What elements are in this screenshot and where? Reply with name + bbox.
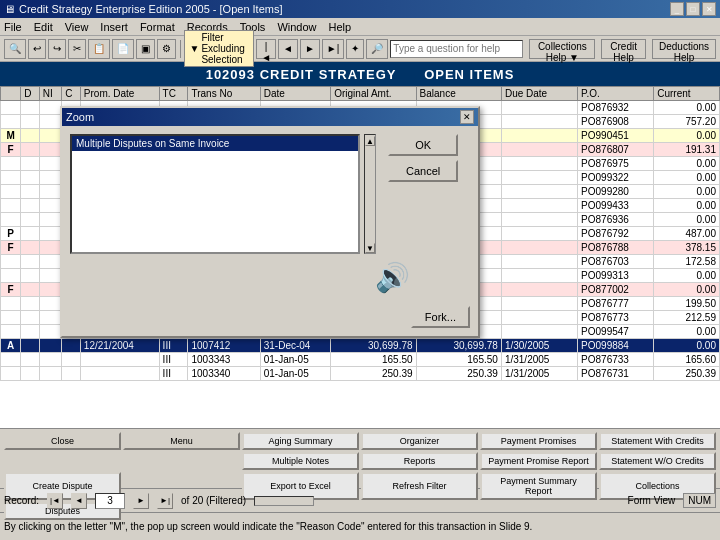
zoom-modal: Zoom ✕ Multiple Disputes on Same Invoice… <box>60 106 480 338</box>
payment-promises-button[interactable]: Payment Promises <box>480 432 597 450</box>
record-number-input[interactable] <box>95 493 125 509</box>
scroll-down-btn[interactable]: ▼ <box>365 243 375 253</box>
bottom-buttons: Close Menu Aging Summary Organizer Payme… <box>0 428 720 488</box>
toolbar-btn-7[interactable]: ▣ <box>136 39 155 59</box>
deductions-help-btn[interactable]: Deductions Help <box>652 39 716 59</box>
credit-help-btn[interactable]: Credit Help <box>601 39 646 59</box>
list-item-0[interactable]: Multiple Disputes on Same Invoice <box>72 136 358 151</box>
scroll-up-btn[interactable]: ▲ <box>365 136 375 146</box>
statement-with-credits-button[interactable]: Statement With Credits <box>599 432 716 450</box>
organizer-button[interactable]: Organizer <box>361 432 478 450</box>
payment-summary-report-button[interactable]: Payment Summary Report <box>480 472 597 500</box>
close-button[interactable]: ✕ <box>702 2 716 16</box>
filter-icon: ▼ <box>189 43 199 54</box>
modal-fork-button[interactable]: Fork... <box>411 306 470 328</box>
window-controls[interactable]: _ □ ✕ <box>670 2 716 16</box>
menu-help[interactable]: Help <box>329 21 352 33</box>
status-nav-prev[interactable]: ◄ <box>71 493 87 509</box>
num-badge: NUM <box>683 493 716 508</box>
title-bar: 🖥 Credit Strategy Enterprise Edition 200… <box>0 0 720 18</box>
form-view-label: Form View <box>628 495 676 506</box>
modal-overlay: Zoom ✕ Multiple Disputes on Same Invoice… <box>0 86 720 428</box>
menu-view[interactable]: View <box>65 21 89 33</box>
status-nav-last[interactable]: ►| <box>157 493 173 509</box>
collections-help-btn[interactable]: Collections Help ▼ <box>529 39 595 59</box>
toolbar: 🔍 ↩ ↪ ✂ 📋 📄 ▣ ⚙ ▼ Filter Excluding Selec… <box>0 36 720 62</box>
main-area: D NI C Prom. Date TC Trans No Date Origi… <box>0 86 720 428</box>
restore-button[interactable]: □ <box>686 2 700 16</box>
statement-wo-credits-button[interactable]: Statement W/O Credits <box>599 452 716 470</box>
modal-ok-button[interactable]: OK <box>388 134 458 156</box>
modal-listbox[interactable]: Multiple Disputes on Same Invoice <box>70 134 360 254</box>
nav-new[interactable]: ✦ <box>346 39 364 59</box>
modal-body: Multiple Disputes on Same Invoice ▲ ▼ OK… <box>62 126 478 302</box>
multiple-notes-button[interactable]: Multiple Notes <box>242 452 359 470</box>
nav-next[interactable]: ► <box>300 39 320 59</box>
caption-text: By clicking on the letter "M", the pop u… <box>4 521 532 532</box>
section-name: OPEN ITEMS <box>424 67 514 82</box>
toolbar-btn-4[interactable]: ✂ <box>68 39 86 59</box>
minimize-button[interactable]: _ <box>670 2 684 16</box>
nav-prev[interactable]: ◄ <box>278 39 298 59</box>
header-band: 102093 CREDIT STRATEGY OPEN ITEMS <box>0 62 720 86</box>
toolbar-btn-1[interactable]: 🔍 <box>4 39 26 59</box>
toolbar-btn-8[interactable]: ⚙ <box>157 39 176 59</box>
toolbar-btn-6[interactable]: 📄 <box>112 39 134 59</box>
modal-footer: Fork... <box>62 302 478 336</box>
speaker-icon: 🔊 <box>375 261 410 294</box>
reports-button[interactable]: Reports <box>361 452 478 470</box>
refresh-filter-button[interactable]: Refresh Filter <box>361 472 478 500</box>
payment-promise-report-button[interactable]: Payment Promise Report <box>480 452 597 470</box>
menu-edit[interactable]: Edit <box>34 21 53 33</box>
menu-window[interactable]: Window <box>277 21 316 33</box>
menu-file[interactable]: File <box>4 21 22 33</box>
modal-scrollbar[interactable]: ▲ ▼ <box>364 134 376 254</box>
record-total: of 20 (Filtered) <box>181 495 246 506</box>
modal-title: Zoom <box>66 111 94 123</box>
toolbar-btn-3[interactable]: ↪ <box>48 39 66 59</box>
menu-bar: File Edit View Insert Format Records Too… <box>0 18 720 36</box>
nav-last[interactable]: ►| <box>322 39 345 59</box>
modal-buttons: OK Cancel <box>380 134 458 254</box>
aging-summary-button[interactable]: Aging Summary <box>242 432 359 450</box>
filter-label: ▼ Filter Excluding Selection <box>184 30 254 67</box>
menu-button[interactable]: Menu <box>123 432 240 450</box>
status-nav-first[interactable]: |◄ <box>47 493 63 509</box>
record-label: Record: <box>4 495 39 506</box>
status-right: Form View NUM <box>628 493 716 508</box>
modal-cancel-button[interactable]: Cancel <box>388 160 458 182</box>
toolbar-btn-2[interactable]: ↩ <box>28 39 46 59</box>
menu-format[interactable]: Format <box>140 21 175 33</box>
modal-title-bar: Zoom ✕ <box>62 108 478 126</box>
find-btn[interactable]: 🔎 <box>366 39 388 59</box>
horizontal-scrollbar[interactable] <box>254 496 314 506</box>
account-name: 102093 CREDIT STRATEGY <box>206 67 397 82</box>
nav-first[interactable]: |◄ <box>256 39 276 59</box>
status-nav-next[interactable]: ► <box>133 493 149 509</box>
help-input[interactable] <box>390 40 523 58</box>
toolbar-btn-5[interactable]: 📋 <box>88 39 110 59</box>
app-icon: 🖥 <box>4 3 15 15</box>
menu-insert[interactable]: Insert <box>100 21 128 33</box>
help-area: Collections Help ▼ Credit Help Deduction… <box>390 39 716 59</box>
modal-close-button[interactable]: ✕ <box>460 110 474 124</box>
window-title: Credit Strategy Enterprise Edition 2005 … <box>19 3 283 15</box>
close-button[interactable]: Close <box>4 432 121 450</box>
